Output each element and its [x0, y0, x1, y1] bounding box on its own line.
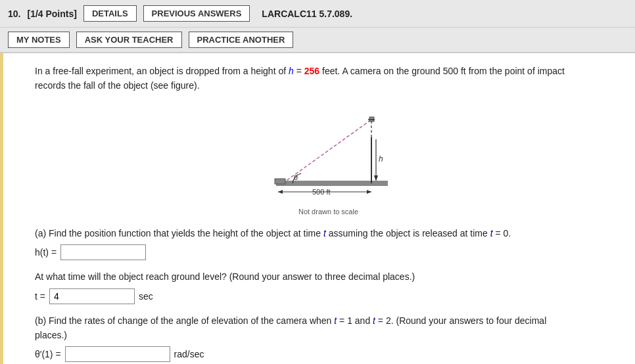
ht-row: h(t) = [35, 244, 622, 260]
second-bar: MY NOTES ASK YOUR TEACHER PRACTICE ANOTH… [0, 28, 635, 53]
part-a-t2: t [490, 228, 493, 239]
part-b-eq2: = 2. [378, 315, 394, 326]
h-value: 256 [304, 66, 319, 76]
ht-label: h(t) = [35, 247, 57, 258]
main-content: In a free-fall experiment, an object is … [0, 53, 635, 364]
course-label: LARCALC11 5.7.089. [262, 9, 352, 19]
points-label: [1/4 Points] [27, 9, 76, 19]
figure-caption: Not drawn to scale [256, 208, 401, 216]
t-row: t = sec [35, 288, 622, 304]
problem-intro: In a free-fall experiment, an object is … [35, 64, 622, 93]
sec-label: sec [139, 291, 153, 302]
problem-number: 10. [8, 9, 20, 19]
part-b-text2: (Round your answers to four decimal [396, 315, 546, 326]
figure-area: h θ 500 ft Not drawn to scale [35, 101, 622, 216]
details-button[interactable]: DETAILS [83, 5, 137, 22]
intro3: records the fall of the object (see figu… [35, 80, 200, 91]
t-input[interactable] [49, 288, 135, 304]
part-b-t2: t [373, 315, 375, 326]
svg-text:θ: θ [294, 173, 298, 181]
h-unit: feet. [322, 66, 340, 76]
part-b-intro: (b) Find the rates of change of the angl… [35, 315, 331, 326]
top-bar: 10. [1/4 Points] DETAILS PREVIOUS ANSWER… [0, 0, 635, 28]
my-notes-button[interactable]: MY NOTES [8, 32, 70, 48]
theta1-input[interactable] [65, 346, 170, 362]
theta1-unit: rad/sec [174, 349, 204, 359]
part-a-intro: (a) Find the position function that yiel… [35, 228, 321, 239]
svg-marker-11 [278, 190, 283, 194]
figure-container: h θ 500 ft Not drawn to scale [256, 101, 401, 216]
part-a-t1: t [323, 228, 326, 239]
previous-answers-button[interactable]: PREVIOUS ANSWERS [143, 5, 250, 22]
figure-svg: h θ 500 ft [256, 101, 401, 206]
intro-text: In a free-fall experiment, an object is … [35, 66, 286, 76]
svg-marker-4 [374, 175, 378, 181]
ground-question-text: At what time will the object reach groun… [35, 271, 415, 282]
ht-input[interactable] [60, 244, 146, 260]
svg-rect-7 [275, 179, 285, 184]
theta1-row: θ′(1) = rad/sec [35, 346, 622, 362]
practice-another-button[interactable]: PRACTICE ANOTHER [189, 32, 294, 48]
svg-marker-12 [367, 190, 371, 194]
part-a-text: (a) Find the position function that yiel… [35, 226, 622, 240]
intro2: A camera on the ground 500 ft from the p… [342, 66, 565, 76]
part-b-eq1: = 1 and [339, 315, 370, 326]
svg-text:h: h [379, 154, 383, 164]
part-b-text: (b) Find the rates of change of the angl… [35, 313, 622, 343]
part-b-text3: places.) [35, 330, 67, 340]
h-variable: h [289, 66, 294, 76]
equals-sign: = [296, 66, 304, 76]
t-label: t = [35, 291, 45, 302]
ground-question: At what time will the object reach groun… [35, 269, 622, 284]
part-a-end: = 0. [495, 228, 511, 239]
part-b-t1: t [334, 315, 337, 326]
theta1-label: θ′(1) = [35, 349, 61, 359]
part-a-middle: assuming the object is released at time [329, 228, 488, 239]
ask-teacher-button[interactable]: ASK YOUR TEACHER [76, 32, 182, 48]
